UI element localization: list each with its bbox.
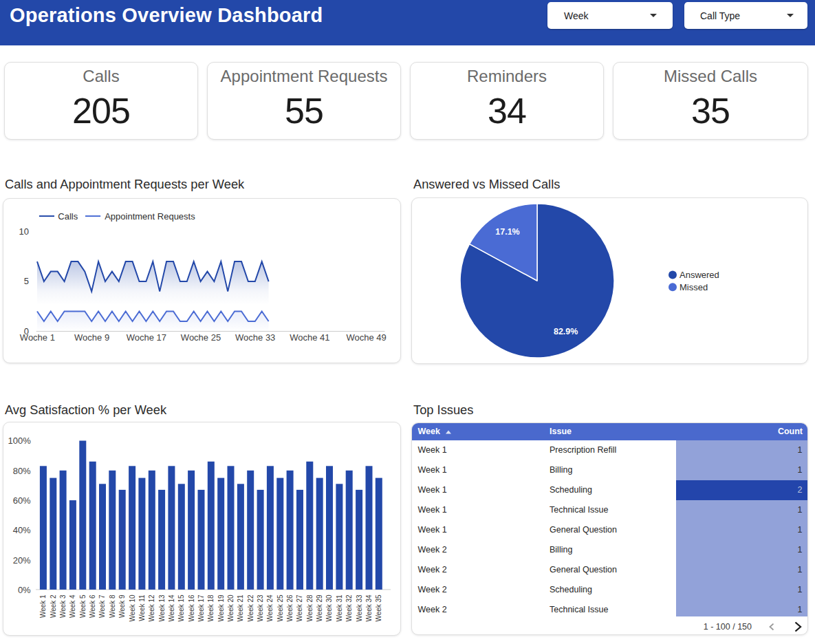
svg-text:Week 12: Week 12 xyxy=(148,594,155,622)
svg-text:Week 35: Week 35 xyxy=(375,594,382,622)
svg-text:Week 10: Week 10 xyxy=(129,594,136,622)
svg-text:Week 19: Week 19 xyxy=(217,594,225,622)
svg-text:0%: 0% xyxy=(18,585,31,595)
svg-text:Woche 17: Woche 17 xyxy=(127,332,166,343)
svg-text:Week 33: Week 33 xyxy=(356,594,363,622)
svg-text:Week 18: Week 18 xyxy=(207,594,215,622)
svg-text:Week 21: Week 21 xyxy=(237,594,244,622)
svg-text:Week 23: Week 23 xyxy=(257,594,264,622)
svg-text:20%: 20% xyxy=(13,555,31,566)
svg-text:10: 10 xyxy=(19,226,29,237)
svg-text:Week 8: Week 8 xyxy=(109,594,116,618)
svg-text:17.1%: 17.1% xyxy=(495,227,519,237)
svg-text:Woche 9: Woche 9 xyxy=(74,332,109,343)
svg-text:Week 25: Week 25 xyxy=(276,594,284,622)
svg-text:Week 17: Week 17 xyxy=(197,594,205,622)
svg-text:Week 26: Week 26 xyxy=(286,594,294,622)
svg-text:Appointment Requests: Appointment Requests xyxy=(105,211,195,222)
svg-text:Week 20: Week 20 xyxy=(227,594,235,622)
svg-text:Week 13: Week 13 xyxy=(158,594,166,622)
svg-text:Calls: Calls xyxy=(58,211,78,222)
svg-text:Woche 33: Woche 33 xyxy=(235,332,275,343)
svg-text:Woche 25: Woche 25 xyxy=(181,332,221,343)
svg-text:Week 5: Week 5 xyxy=(79,594,87,618)
svg-text:Week 24: Week 24 xyxy=(266,594,274,622)
svg-text:Week 9: Week 9 xyxy=(118,594,126,618)
svg-text:Week 22: Week 22 xyxy=(247,594,254,622)
svg-text:Week 29: Week 29 xyxy=(316,594,323,622)
svg-text:100%: 100% xyxy=(8,436,31,446)
svg-text:5: 5 xyxy=(24,276,29,286)
svg-text:Week 28: Week 28 xyxy=(306,594,314,622)
svg-text:60%: 60% xyxy=(13,495,31,506)
svg-text:Week 7: Week 7 xyxy=(99,594,107,618)
svg-text:Week 3: Week 3 xyxy=(59,594,67,618)
svg-text:Week 30: Week 30 xyxy=(326,594,334,622)
svg-text:82.9%: 82.9% xyxy=(554,327,578,336)
svg-text:Week 15: Week 15 xyxy=(177,594,185,622)
svg-text:Answered: Answered xyxy=(680,270,719,280)
svg-text:40%: 40% xyxy=(13,525,31,535)
svg-text:Missed: Missed xyxy=(680,282,708,292)
svg-text:Week 27: Week 27 xyxy=(296,594,304,622)
svg-text:Week 1: Week 1 xyxy=(39,594,47,618)
svg-text:Woche 49: Woche 49 xyxy=(346,332,386,343)
svg-text:Week 16: Week 16 xyxy=(188,594,195,622)
svg-text:80%: 80% xyxy=(13,466,31,476)
svg-text:Week 31: Week 31 xyxy=(336,594,343,622)
svg-text:Week 32: Week 32 xyxy=(345,594,353,622)
svg-text:Week 14: Week 14 xyxy=(168,594,175,622)
svg-text:Week 4: Week 4 xyxy=(69,594,76,618)
svg-text:Woche 1: Woche 1 xyxy=(20,332,55,343)
svg-text:Week 34: Week 34 xyxy=(365,594,373,622)
svg-text:Woche 41: Woche 41 xyxy=(290,332,329,343)
svg-text:Week 2: Week 2 xyxy=(50,594,57,618)
svg-text:Week 11: Week 11 xyxy=(138,594,146,621)
svg-text:Week 6: Week 6 xyxy=(89,594,96,618)
